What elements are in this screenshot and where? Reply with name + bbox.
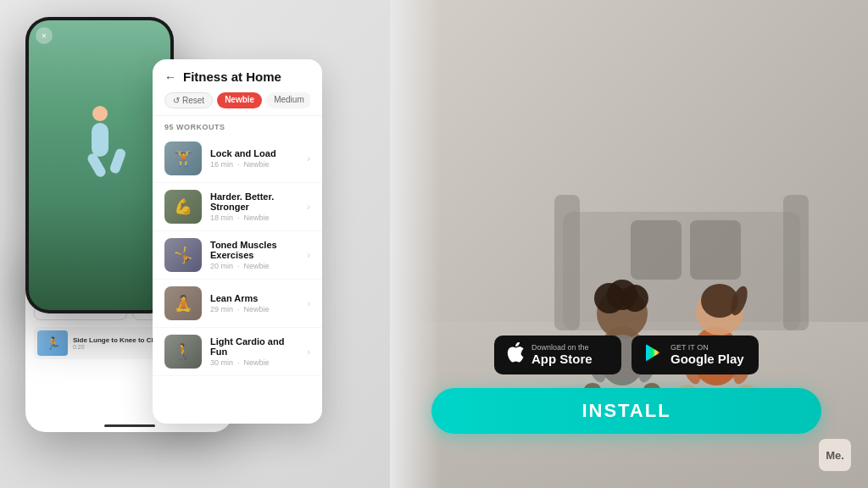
- workout-item[interactable]: 🏋️ Lock and Load 16 min · Newbie ›: [153, 135, 322, 183]
- svg-rect-6: [631, 220, 682, 280]
- app-store-button[interactable]: Download on the App Store: [494, 336, 621, 374]
- workout-meta: 16 min · Newbie: [210, 160, 298, 169]
- chevron-right-icon: ›: [307, 153, 310, 164]
- figure-leg-right: [108, 147, 127, 175]
- workout-name: Toned Muscles Exercises: [210, 240, 298, 260]
- app-card: ← Fitness at Home ↺ Reset Newbie Medium …: [153, 59, 322, 424]
- reset-icon: ↺: [173, 96, 180, 105]
- workout-item[interactable]: 🤸 Toned Muscles Exercises 20 min · Newbi…: [153, 231, 322, 280]
- figure-leg-left: [86, 152, 107, 179]
- workout-figure-icon: 🏋️: [164, 141, 202, 175]
- apple-icon: [506, 342, 525, 368]
- reset-label: Reset: [182, 96, 204, 105]
- workout-info: Harder. Better. Stronger 18 min · Newbie: [210, 191, 298, 222]
- app-card-nav: ← Fitness at Home: [164, 69, 310, 84]
- workout-screen: ×: [29, 20, 170, 310]
- figure-head: [92, 106, 108, 121]
- svg-point-12: [621, 285, 648, 312]
- workout-item[interactable]: 💪 Harder. Better. Stronger 18 min · Newb…: [153, 183, 322, 231]
- workout-figure: [66, 102, 134, 203]
- workout-meta: 29 min · Newbie: [210, 305, 298, 313]
- close-button[interactable]: ×: [36, 27, 53, 44]
- workout-figure-icon: 🧘: [164, 286, 202, 320]
- google-play-icon: [643, 342, 664, 368]
- back-button[interactable]: ←: [164, 70, 176, 84]
- workout-name: Harder. Better. Stronger: [210, 191, 298, 212]
- workout-name: Lean Arms: [210, 293, 298, 303]
- phone-device-left: ×: [25, 17, 174, 313]
- app-card-title: Fitness at Home: [183, 69, 281, 84]
- chevron-right-icon: ›: [307, 347, 310, 357]
- app-store-subtitle: Download on the: [531, 344, 593, 352]
- cta-area: Download on the App Store: [385, 319, 868, 488]
- workout-thumbnail: 🏋️: [164, 141, 202, 175]
- workout-info: Toned Muscles Exercises 20 min · Newbie: [210, 240, 298, 270]
- workout-list: 🏋️ Lock and Load 16 min · Newbie › 💪 Har…: [153, 135, 322, 376]
- workout-name: Lock and Load: [210, 148, 298, 158]
- close-icon: ×: [42, 31, 47, 41]
- chip-newbie[interactable]: Newbie: [217, 92, 262, 108]
- phone-home-indicator: [104, 424, 155, 427]
- chip-medium[interactable]: Medium: [266, 92, 310, 108]
- workout-info: Lean Arms 29 min · Newbie: [210, 293, 298, 313]
- app-store-text: Download on the App Store: [531, 344, 593, 367]
- app-store-name: App Store: [531, 352, 593, 367]
- filter-chips: ↺ Reset Newbie Medium Advance: [164, 92, 310, 108]
- workout-meta: 20 min · Newbie: [210, 262, 298, 270]
- workout-info: Light Cardio and Fun 30 min · Newbie: [210, 336, 298, 367]
- figure-body: [92, 123, 108, 157]
- workout-thumbnail: 🧘: [164, 286, 202, 320]
- google-play-subtitle: GET IT ON: [670, 344, 744, 352]
- google-play-text: GET IT ON Google Play: [670, 344, 744, 367]
- workout-info: Lock and Load 16 min · Newbie: [210, 148, 298, 169]
- workout-meta: 18 min · Newbie: [210, 214, 298, 222]
- workout-name: Light Cardio and Fun: [210, 336, 298, 357]
- chevron-right-icon: ›: [307, 202, 310, 212]
- workout-thumbnail: 💪: [164, 190, 202, 224]
- store-buttons: Download on the App Store: [419, 336, 834, 374]
- workout-item[interactable]: 🧘 Lean Arms 29 min · Newbie ›: [153, 280, 322, 328]
- phone-screen-left: ×: [29, 20, 170, 310]
- workout-meta: 30 min · Newbie: [210, 358, 298, 367]
- install-button[interactable]: INSTALL: [431, 388, 821, 434]
- workout-item[interactable]: 🚶 Light Cardio and Fun 30 min · Newbie ›: [153, 328, 322, 376]
- exercise-figure-icon: 🏃: [37, 330, 68, 356]
- me-logo: Me.: [819, 439, 851, 471]
- chip-reset[interactable]: ↺ Reset: [164, 92, 213, 108]
- svg-rect-7: [690, 220, 741, 280]
- workout-thumbnail: 🤸: [164, 238, 202, 272]
- chevron-right-icon: ›: [307, 250, 310, 260]
- workouts-count: 95 WORKOUTS: [153, 116, 322, 135]
- google-play-button[interactable]: GET IT ON Google Play: [632, 336, 759, 374]
- exercise-thumbnail: 🏃: [37, 330, 68, 356]
- svg-rect-4: [554, 195, 580, 330]
- workout-figure-icon: 🤸: [164, 238, 202, 272]
- google-play-name: Google Play: [670, 352, 744, 367]
- workout-figure-icon: 🚶: [164, 335, 202, 369]
- app-card-header: ← Fitness at Home ↺ Reset Newbie Medium …: [153, 59, 322, 116]
- workout-figure-icon: 💪: [164, 190, 202, 224]
- chevron-right-icon: ›: [307, 298, 310, 308]
- workout-thumbnail: 🚶: [164, 335, 202, 369]
- svg-rect-5: [783, 195, 809, 330]
